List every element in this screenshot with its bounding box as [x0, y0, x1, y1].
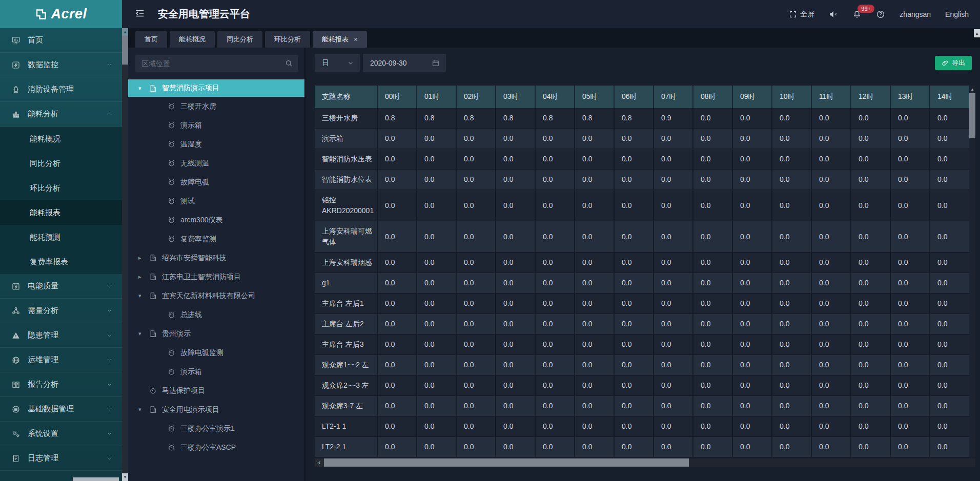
sidebar-item-label: 系统设置 [28, 429, 58, 438]
tree-node[interactable]: ▾智慧消防演示项目 [128, 79, 304, 97]
tab[interactable]: 能耗报表× [313, 31, 367, 48]
tree-node[interactable]: arcm300仪表 [128, 211, 304, 229]
sidebar-item[interactable]: 运维管理 [0, 348, 122, 372]
mute-button[interactable] [829, 10, 838, 19]
sidebar-subitem[interactable]: 同比分析 [0, 151, 122, 176]
table-horizontal-scrollbar[interactable]: ‹ [315, 458, 975, 467]
caret-down-icon[interactable]: ▾ [138, 330, 149, 337]
tree-node[interactable]: 无线测温 [128, 154, 304, 173]
sidebar-item[interactable]: 隐患管理 [0, 323, 122, 348]
value-cell: 0.0 [535, 375, 575, 396]
sidebar-item[interactable]: 需量分析 [0, 299, 122, 323]
scrollbar-thumb[interactable] [969, 93, 975, 138]
sidebar-subitem[interactable]: 能耗概况 [0, 127, 122, 151]
value-cell: 0.0 [575, 396, 614, 416]
language-switch[interactable]: English [945, 10, 969, 18]
paperclip-icon [942, 59, 949, 67]
value-cell: 0.0 [535, 416, 575, 437]
sidebar-item[interactable]: 日志管理 [0, 446, 122, 471]
hazard-warning-icon [11, 331, 21, 340]
sidebar-item[interactable]: 报告分析 [0, 372, 122, 397]
table-vertical-scrollbar[interactable]: ▴ [969, 86, 975, 457]
tree-node[interactable]: 三楼办公室演示1 [128, 419, 304, 438]
export-button[interactable]: 导出 [935, 56, 972, 70]
tree-node[interactable]: 三楼办公室ASCP [128, 438, 304, 457]
sidebar-horizontal-scroll-thumb[interactable] [73, 477, 119, 481]
user-menu[interactable]: zhangsan [900, 10, 931, 18]
value-cell: 0.0 [890, 314, 930, 334]
value-cell: 0.0 [496, 221, 535, 253]
meter-icon [167, 235, 176, 243]
tree-node[interactable]: ▸江苏电卫士智慧消防项目 [128, 267, 304, 286]
sidebar-item[interactable]: 数据监控 [0, 53, 122, 77]
sidebar-item[interactable]: 系统设置 [0, 422, 122, 446]
scrollbar-thumb[interactable] [122, 36, 128, 65]
scroll-up-arrow[interactable]: ▴ [969, 86, 975, 93]
value-cell: 0.0 [930, 396, 969, 416]
sidebar-subitem[interactable]: 复费率报表 [0, 249, 122, 274]
tree-node[interactable]: ▾贵州演示 [128, 324, 304, 343]
tab[interactable]: 能耗概况 [170, 31, 215, 48]
table-row: LT2-2 10.00.00.00.00.00.00.00.00.00.00.0… [315, 437, 969, 457]
tree-node[interactable]: 三楼开水房 [128, 97, 304, 116]
search-input[interactable] [135, 55, 298, 72]
sidebar-subitem[interactable]: 能耗预测 [0, 225, 122, 249]
tree-node-label: 复费率监测 [180, 235, 216, 244]
branch-name-cell: 铭控 AKRD20200001 [315, 190, 377, 221]
building-icon [149, 405, 157, 414]
value-cell: 0.0 [377, 416, 417, 437]
sidebar-item[interactable]: 电能质量 [0, 274, 122, 299]
tree-node[interactable]: 演示箱 [128, 362, 304, 381]
column-header: 支路名称 [315, 86, 377, 108]
tab-close-icon[interactable]: × [354, 35, 358, 44]
caret-down-icon[interactable]: ▾ [138, 292, 149, 299]
bar-chart-icon [11, 110, 21, 119]
tree-node[interactable]: 马达保护项目 [128, 381, 304, 400]
value-cell: 0.0 [811, 221, 851, 253]
tree-node[interactable]: 故障电弧 [128, 173, 304, 192]
scroll-down-arrow[interactable]: ▾ [122, 473, 128, 481]
sidebar-item-label: 隐患管理 [28, 330, 58, 340]
caret-down-icon[interactable]: ▾ [138, 406, 149, 413]
notifications-button[interactable]: 99+ [852, 10, 862, 19]
value-cell: 0.0 [575, 273, 614, 294]
tree-node[interactable]: 温湿度 [128, 135, 304, 154]
date-picker[interactable]: 2020-09-30 [363, 54, 446, 72]
tree-node[interactable]: 演示箱 [128, 116, 304, 135]
tree-node[interactable]: 复费率监测 [128, 229, 304, 248]
sidebar-item[interactable]: 首页 [0, 28, 122, 53]
sidebar-collapse-icon[interactable] [132, 6, 148, 23]
tab[interactable]: 环比分析 [265, 31, 310, 48]
tree-node[interactable]: ▸绍兴市安舜智能科技 [128, 248, 304, 267]
tab[interactable]: 同比分析 [217, 31, 262, 48]
value-cell: 0.0 [614, 437, 654, 457]
tree-node[interactable]: 总进线 [128, 305, 304, 324]
page-scrollbar[interactable]: ▴ [974, 29, 980, 37]
tab[interactable]: 首页 [135, 31, 167, 48]
table-row: 演示箱0.00.00.00.00.00.00.00.00.00.00.00.00… [315, 129, 969, 149]
sidebar-subitem[interactable]: 环比分析 [0, 176, 122, 200]
settings-gear-icon [11, 429, 21, 438]
caret-right-icon[interactable]: ▸ [138, 274, 149, 280]
value-cell: 0.0 [890, 396, 930, 416]
sidebar-item[interactable]: 消防设备管理 [0, 77, 122, 102]
scroll-left-arrow[interactable]: ‹ [315, 458, 324, 467]
tree-node[interactable]: 故障电弧监测 [128, 343, 304, 362]
caret-right-icon[interactable]: ▸ [138, 255, 149, 261]
branch-name-cell: 上海安科瑞可燃气体 [315, 221, 377, 253]
sidebar-item[interactable]: 基础数据管理 [0, 397, 122, 422]
period-select[interactable]: 日 [315, 54, 360, 72]
sidebar-subitem[interactable]: 能耗报表 [0, 200, 122, 225]
tree-node[interactable]: ▾宜宾天亿新材料科技有限公司 [128, 286, 304, 305]
sidebar-item[interactable]: 能耗分析 [0, 102, 122, 127]
sidebar-item-label: 日志管理 [28, 453, 58, 463]
scroll-up-arrow[interactable]: ▴ [122, 28, 128, 36]
help-button[interactable] [876, 10, 885, 19]
tree-node[interactable]: ▾安全用电演示项目 [128, 400, 304, 419]
tree-node[interactable]: 测试 [128, 192, 304, 211]
caret-down-icon[interactable]: ▾ [138, 85, 149, 92]
fullscreen-button[interactable]: 全屏 [789, 10, 814, 19]
value-cell: 0.0 [811, 253, 851, 273]
scrollbar-thumb[interactable] [324, 458, 689, 467]
sidebar-scrollbar[interactable]: ▴ ▾ [122, 28, 128, 481]
